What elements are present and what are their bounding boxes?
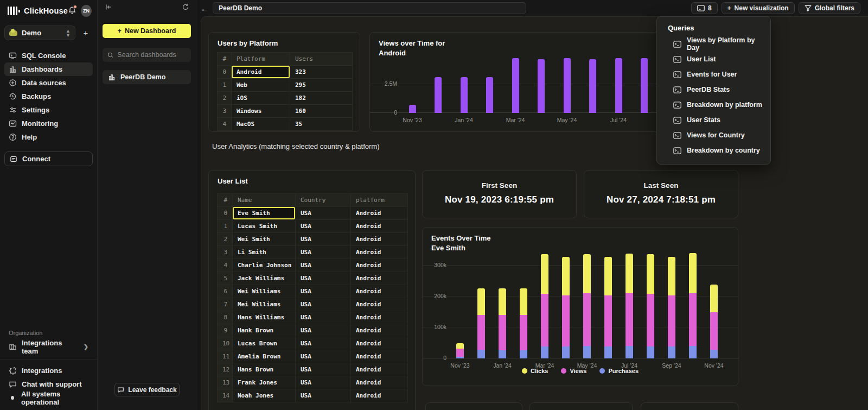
new-visualization-button[interactable]: + New visualization <box>722 2 795 14</box>
table-cell[interactable]: USA <box>296 311 351 324</box>
table-row[interactable]: 6Wei WilliamsUSAAndroid <box>218 285 407 298</box>
table-cell[interactable]: Android <box>351 324 407 337</box>
sidebar-item-integrations[interactable]: Integrations <box>4 364 93 377</box>
table-row[interactable]: 10Lucas BrownUSAAndroid <box>218 337 407 350</box>
bar-segment[interactable] <box>710 350 718 358</box>
table-cell[interactable]: Android <box>351 337 407 350</box>
table-cell[interactable]: Wei Williams <box>233 285 296 298</box>
sidebar-item-chat-support[interactable]: Chat with support <box>4 377 93 391</box>
dashboard-search[interactable] <box>103 48 191 62</box>
table-cell[interactable]: USA <box>296 245 351 258</box>
dashboard-title-input[interactable] <box>213 2 526 14</box>
table-row[interactable]: 1Web295 <box>218 78 352 91</box>
legend-item[interactable]: Clicks <box>522 368 548 374</box>
bar-segment[interactable] <box>499 350 506 358</box>
bar[interactable] <box>435 77 442 113</box>
bar-segment[interactable] <box>541 294 548 346</box>
bar-segment[interactable] <box>604 257 612 295</box>
table-cell[interactable]: Android <box>351 298 407 311</box>
table-row[interactable]: 5Jack WilliamsUSAAndroid <box>218 272 407 285</box>
bar-segment[interactable] <box>562 295 570 347</box>
bar-segment[interactable] <box>668 257 675 295</box>
bar-segment[interactable] <box>499 288 506 314</box>
bar[interactable] <box>615 58 622 113</box>
sidebar-item-system-status[interactable]: All systems operational <box>4 391 93 405</box>
bar-segment[interactable] <box>668 346 675 358</box>
bar-segment[interactable] <box>710 312 718 350</box>
bar-segment[interactable] <box>668 295 675 347</box>
bar-segment[interactable] <box>689 293 697 345</box>
table-cell[interactable]: USA <box>296 376 351 389</box>
workspace-selector[interactable]: Demo ▲▼ <box>4 26 75 40</box>
sidebar-item-help[interactable]: Help <box>4 130 93 144</box>
table-row[interactable]: 0Eve SmithUSAAndroid <box>218 206 407 219</box>
table-cell[interactable]: USA <box>296 389 351 402</box>
add-service-button[interactable]: + <box>80 27 92 39</box>
table-cell[interactable]: iOS <box>232 91 290 104</box>
table-cell[interactable]: Web <box>232 78 290 91</box>
table-row[interactable]: 3Li SmithUSAAndroid <box>218 245 407 258</box>
table-cell[interactable]: Android <box>351 245 407 258</box>
table-cell[interactable]: USA <box>296 272 351 285</box>
table-cell[interactable]: Lucas Brown <box>233 337 296 350</box>
global-filters-button[interactable]: Global filters <box>799 2 860 14</box>
table-cell[interactable]: Android <box>351 219 407 232</box>
bar-segment[interactable] <box>541 346 548 358</box>
table-cell[interactable]: 160 <box>290 104 352 117</box>
table-row[interactable]: 7Mei WilliamsUSAAndroid <box>218 298 407 311</box>
table-row[interactable]: 3Windows160 <box>218 104 352 117</box>
new-dashboard-button[interactable]: + New Dashboard <box>103 24 191 38</box>
bar[interactable] <box>641 58 648 113</box>
refresh-icon[interactable] <box>182 3 189 13</box>
bar-segment[interactable] <box>626 254 633 293</box>
table-cell[interactable]: 323 <box>290 65 352 78</box>
bar[interactable] <box>486 77 493 113</box>
table-cell[interactable]: Android <box>351 311 407 324</box>
dashboard-list-item[interactable]: PeerDB Demo <box>103 70 191 84</box>
sidebar-item-settings[interactable]: Settings <box>4 103 93 117</box>
bar-segment[interactable] <box>499 315 506 351</box>
bar[interactable] <box>512 58 519 113</box>
bar[interactable] <box>589 59 596 113</box>
bar-segment[interactable] <box>477 288 485 314</box>
table-cell[interactable]: Android <box>351 272 407 285</box>
query-list-item[interactable]: Breakdown by platform <box>657 97 770 112</box>
bar[interactable] <box>409 105 416 113</box>
bar-segment[interactable] <box>710 285 718 312</box>
table-cell[interactable]: 35 <box>290 117 352 130</box>
bar-segment[interactable] <box>583 254 591 293</box>
table-cell[interactable]: Android <box>351 232 407 245</box>
bar[interactable] <box>538 59 545 113</box>
table-row[interactable]: 11Amelia BrownUSAAndroid <box>218 350 407 363</box>
queries-drawer-button[interactable]: 8 <box>691 2 718 14</box>
sidebar-item-integrations-team[interactable]: Integrations team ❯ <box>4 340 93 354</box>
table-cell[interactable]: Android <box>351 350 407 363</box>
table-cell[interactable]: Android <box>351 285 407 298</box>
table-row[interactable]: 4Charlie JohnsonUSAAndroid <box>218 258 407 272</box>
sidebar-item-sql-console[interactable]: SQL Console <box>4 49 93 62</box>
table-row[interactable]: 2Wei SmithUSAAndroid <box>218 232 407 245</box>
table-cell[interactable]: Charlie Johnson <box>233 258 296 272</box>
bar-segment[interactable] <box>456 349 464 357</box>
table-cell[interactable]: Lucas Smith <box>233 219 296 232</box>
table-cell[interactable]: USA <box>296 363 351 376</box>
table-cell[interactable]: Hans Williams <box>233 311 296 324</box>
table-cell[interactable]: USA <box>296 350 351 363</box>
sidebar-item-monitoring[interactable]: Monitoring <box>4 117 93 130</box>
bar-segment[interactable] <box>583 293 591 345</box>
table-cell[interactable]: Wei Smith <box>233 232 296 245</box>
bar-segment[interactable] <box>626 346 633 358</box>
bar-segment[interactable] <box>477 350 485 358</box>
table-row[interactable]: 13Frank JonesUSAAndroid <box>218 376 407 389</box>
table-row[interactable]: 9Hank BrownUSAAndroid <box>218 324 407 337</box>
search-dashboards-input[interactable] <box>117 51 186 59</box>
table-cell[interactable]: USA <box>296 206 351 219</box>
table-cell[interactable]: Frank Jones <box>233 376 296 389</box>
bar[interactable] <box>461 77 468 113</box>
query-list-item[interactable]: Events for User <box>657 67 770 82</box>
bar-segment[interactable] <box>689 346 697 358</box>
bar[interactable] <box>564 58 571 113</box>
table-cell[interactable]: Hans Brown <box>233 363 296 376</box>
table-cell[interactable]: MacOS <box>232 117 290 130</box>
bar-segment[interactable] <box>604 346 612 358</box>
